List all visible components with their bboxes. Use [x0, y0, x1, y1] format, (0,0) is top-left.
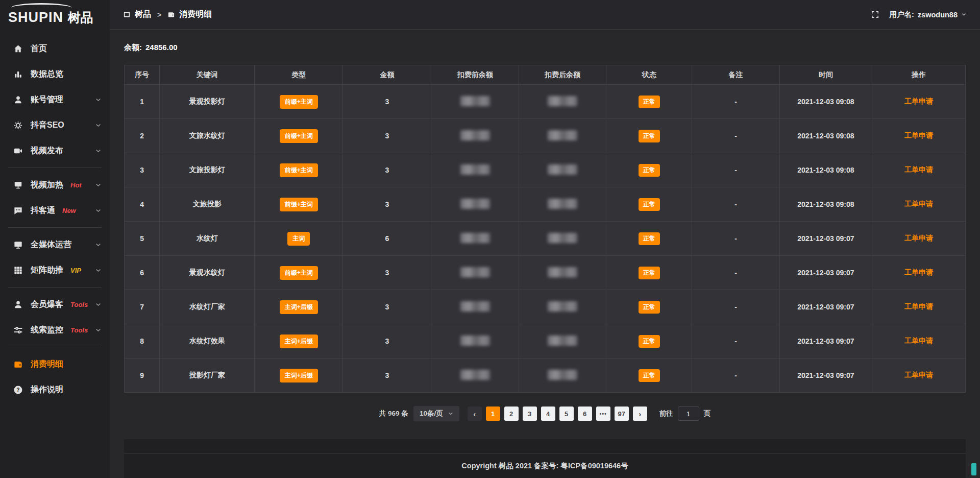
- time-cell: 2021-12-03 09:07: [779, 358, 872, 393]
- sidebar-item-chat-抖客通[interactable]: 抖客通New: [0, 198, 110, 223]
- ticket-apply-link[interactable]: 工单申请: [904, 268, 933, 276]
- action-cell: 工单申请: [872, 358, 966, 393]
- ticket-apply-link[interactable]: 工单申请: [904, 371, 933, 379]
- page-button-3[interactable]: 3: [523, 407, 537, 421]
- chevron-down-icon: [95, 301, 102, 308]
- next-page-button[interactable]: ›: [633, 407, 647, 421]
- sidebar-item-wallet-消费明细[interactable]: 消费明细: [0, 351, 110, 377]
- type-cell: 前缀+主词: [255, 153, 343, 187]
- prev-page-button[interactable]: ‹: [468, 407, 482, 421]
- sidebar-item-label: 会员爆客: [31, 299, 63, 310]
- page-button-2[interactable]: 2: [504, 407, 519, 421]
- breadcrumb-label: 消费明细: [179, 9, 212, 20]
- redacted-value: [548, 164, 577, 175]
- remark-cell: -: [692, 290, 779, 324]
- status-badge: 正常: [639, 267, 660, 279]
- keyword-cell: 文旅水纹灯: [160, 119, 255, 153]
- brand-logo[interactable]: SHUPIN 树品: [0, 0, 110, 33]
- status-cell: 正常: [606, 153, 692, 187]
- sidebar-item-user-账号管理[interactable]: 账号管理: [0, 87, 110, 112]
- table-row: 1景观投影灯前缀+主词3正常-2021-12-03 09:08工单申请: [125, 85, 966, 119]
- keyword-cell: 投影灯厂家: [160, 358, 255, 393]
- page-size-value: 10条/页: [420, 409, 443, 418]
- sidebar-item-grid-矩阵助推[interactable]: 矩阵助推VIP: [0, 257, 110, 283]
- floating-widget-handle[interactable]: [971, 463, 976, 475]
- ticket-apply-link[interactable]: 工单申请: [904, 131, 933, 139]
- amount-cell: 3: [343, 358, 431, 393]
- row-index-cell: 8: [125, 324, 160, 358]
- footer: Copyright 树品 2021 备案号: 粤ICP备09019646号: [124, 439, 966, 478]
- ticket-apply-link[interactable]: 工单申请: [904, 97, 933, 105]
- type-tag: 主词+后缀: [280, 300, 318, 314]
- status-cell: 正常: [606, 222, 692, 256]
- redacted-value: [548, 370, 577, 380]
- chevron-down-icon: [95, 267, 102, 274]
- sidebar-item-sliders-线索监控[interactable]: 线索监控Tools: [0, 317, 110, 343]
- time-cell: 2021-12-03 09:08: [779, 119, 872, 153]
- balance-before-cell: [431, 119, 519, 153]
- amount-cell: 3: [343, 153, 431, 187]
- pagination-total: 共 969 条: [379, 409, 408, 418]
- balance-after-cell: [519, 119, 606, 153]
- page-buttons: ‹123456•••97›: [468, 407, 647, 421]
- sidebar-item-screen-视频加热[interactable]: 视频加热Hot: [0, 172, 110, 198]
- page-button-1[interactable]: 1: [486, 407, 500, 421]
- redacted-value: [460, 233, 490, 243]
- page-size-select[interactable]: 10条/页: [413, 406, 459, 421]
- table-row: 4文旅投影前缀+主词3正常-2021-12-03 09:08工单申请: [125, 187, 966, 222]
- action-cell: 工单申请: [872, 222, 966, 256]
- sidebar-item-badge: Tools: [70, 326, 88, 334]
- remark-cell: -: [692, 324, 779, 358]
- user-dropdown[interactable]: 用户名: zswodun88: [890, 10, 967, 19]
- chart-icon: [13, 69, 23, 79]
- fullscreen-icon[interactable]: [871, 10, 879, 19]
- chevron-down-icon: [95, 97, 102, 103]
- more-pages-button[interactable]: •••: [596, 407, 610, 421]
- breadcrumb-item-home[interactable]: 树品: [123, 9, 151, 20]
- balance-before-cell: [431, 153, 519, 187]
- amount-cell: 3: [343, 85, 431, 119]
- keyword-cell: 文旅投影: [160, 187, 255, 222]
- sidebar-item-user-会员爆客[interactable]: 会员爆客Tools: [0, 292, 110, 317]
- page-button-97[interactable]: 97: [615, 407, 629, 421]
- sidebar-item-gear-抖音SEO[interactable]: 抖音SEO: [0, 112, 110, 138]
- type-tag: 主词: [287, 232, 310, 246]
- sidebar-item-monitor-全媒体运营[interactable]: 全媒体运营: [0, 232, 110, 257]
- page-button-4[interactable]: 4: [541, 407, 555, 421]
- remark-cell: -: [692, 358, 779, 393]
- column-header: 扣费后余额: [519, 65, 606, 85]
- row-index-cell: 6: [125, 256, 160, 290]
- redacted-value: [460, 267, 490, 277]
- redacted-value: [548, 130, 577, 140]
- sliders-icon: [13, 325, 23, 335]
- amount-cell: 3: [343, 324, 431, 358]
- chevron-down-icon: [95, 327, 102, 333]
- type-tag: 前缀+主词: [280, 163, 318, 177]
- status-badge: 正常: [639, 164, 660, 177]
- status-cell: 正常: [606, 187, 692, 222]
- ticket-apply-link[interactable]: 工单申请: [904, 234, 933, 242]
- breadcrumb-item-current[interactable]: 消费明细: [167, 9, 212, 20]
- sidebar-item-question-操作说明[interactable]: ?操作说明: [0, 377, 110, 402]
- sidebar-item-label: 线索监控: [31, 325, 63, 336]
- redacted-value: [460, 130, 490, 140]
- ticket-apply-link[interactable]: 工单申请: [904, 200, 933, 208]
- balance-before-cell: [431, 222, 519, 256]
- column-header: 序号: [125, 65, 160, 85]
- ticket-apply-link[interactable]: 工单申请: [904, 337, 933, 345]
- sidebar-divider: [8, 287, 102, 288]
- consumption-table: 序号关键词类型金额扣费前余额扣费后余额状态备注时间操作 1景观投影灯前缀+主词3…: [124, 65, 966, 393]
- goto-page-input[interactable]: [678, 407, 699, 421]
- type-tag: 主词+后缀: [280, 334, 318, 348]
- user-icon: [13, 300, 23, 309]
- sidebar-divider: [8, 168, 102, 168]
- page-button-6[interactable]: 6: [578, 407, 592, 421]
- username-label: 用户名:: [890, 10, 914, 19]
- sidebar-item-chart-数据总览[interactable]: 数据总览: [0, 61, 110, 87]
- sidebar-item-video-视频发布[interactable]: 视频发布: [0, 138, 110, 163]
- remark-cell: -: [692, 222, 779, 256]
- ticket-apply-link[interactable]: 工单申请: [904, 165, 933, 174]
- page-button-5[interactable]: 5: [559, 407, 574, 421]
- sidebar-item-home-首页[interactable]: 首页: [0, 36, 110, 61]
- ticket-apply-link[interactable]: 工单申请: [904, 302, 933, 310]
